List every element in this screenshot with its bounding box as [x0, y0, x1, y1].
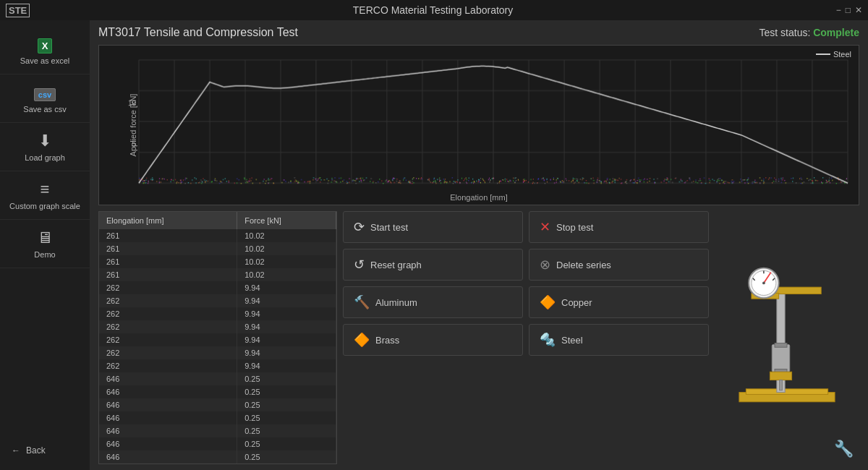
table-row: 2629.94 — [99, 333, 336, 346]
cell-force: 0.25 — [237, 411, 336, 424]
graph-x-label: Elongation [mm] — [450, 193, 507, 202]
maximize-button[interactable]: □ — [846, 5, 851, 15]
cell-force: 9.94 — [237, 281, 336, 294]
table-row: 6460.25 — [99, 424, 336, 437]
table-row: 6460.25 — [99, 398, 336, 411]
legend-line — [816, 54, 830, 55]
test-status-label: Test status: — [760, 27, 811, 38]
back-arrow-icon: ← — [12, 445, 20, 456]
table-row: 6460.25 — [99, 450, 336, 463]
load-graph-button[interactable]: ⬇ Load graph — [0, 123, 90, 171]
table-row: 6460.25 — [99, 411, 336, 424]
table-row: 2629.94 — [99, 307, 336, 320]
reset-graph-button[interactable]: ↺ Reset graph — [343, 249, 523, 281]
back-label: Back — [26, 445, 46, 456]
cell-force: 9.94 — [237, 294, 336, 307]
demo-button[interactable]: 🖥 Demo — [0, 220, 90, 268]
copper-icon: 🔶 — [540, 294, 556, 310]
window-controls[interactable]: − □ ✕ — [836, 5, 862, 15]
copper-button[interactable]: 🔶 Copper — [529, 286, 709, 318]
svg-rect-13 — [775, 343, 787, 348]
custom-graph-label: Custom graph scale — [9, 202, 80, 210]
delete-series-label: Delete series — [556, 260, 611, 270]
cell-force: 0.25 — [237, 424, 336, 437]
save-csv-button[interactable]: csv Save as csv — [0, 74, 90, 123]
stop-icon: ✕ — [540, 219, 550, 235]
data-table-container[interactable]: Elongation [mm] Force [kN] 26110.0226110… — [98, 211, 337, 464]
cell-elongation: 261 — [99, 268, 237, 281]
table-row: 26110.02 — [99, 255, 336, 268]
aluminum-button[interactable]: 🔨 Aluminum — [343, 286, 523, 318]
sliders-icon: ≡ — [41, 180, 50, 199]
graph-area: Steel Elongation [mm] Applied force [kN] — [98, 45, 859, 205]
cell-elongation: 646 — [99, 411, 237, 424]
svg-point-8 — [762, 282, 765, 285]
cell-force: 9.94 — [237, 346, 336, 359]
cell-force: 10.02 — [237, 229, 336, 242]
cell-elongation: 646 — [99, 398, 237, 411]
svg-rect-15 — [770, 372, 791, 380]
csv-icon: csv — [34, 83, 56, 102]
save-excel-button[interactable]: X Save as excel — [0, 26, 90, 74]
cell-elongation: 262 — [99, 294, 237, 307]
cell-elongation: 646 — [99, 437, 237, 450]
svg-rect-12 — [772, 344, 790, 372]
cell-elongation: 261 — [99, 229, 237, 242]
cell-force: 0.25 — [237, 385, 336, 398]
page-header: MT3017 Tensile and Compression Test Test… — [98, 26, 859, 39]
brass-icon: 🔶 — [354, 332, 370, 348]
demo-icon: 🖥 — [37, 228, 53, 247]
demo-label: Demo — [34, 250, 55, 259]
minimize-button[interactable]: − — [836, 5, 841, 15]
cell-elongation: 262 — [99, 281, 237, 294]
excel-icon: X — [38, 35, 53, 54]
col-elongation: Elongation [mm] — [99, 212, 237, 229]
cell-elongation: 646 — [99, 450, 237, 463]
controls-panel: ⟳ Start test ✕ Stop test ↺ Reset graph ⊗… — [343, 211, 709, 464]
table-body: 26110.0226110.0226110.0226110.022629.942… — [99, 229, 336, 463]
cell-force: 9.94 — [237, 359, 336, 372]
cell-elongation: 261 — [99, 255, 237, 268]
cell-force: 0.25 — [237, 398, 336, 411]
stop-test-button[interactable]: ✕ Stop test — [529, 211, 709, 243]
cell-elongation: 262 — [99, 333, 237, 346]
page-title: MT3017 Tensile and Compression Test — [98, 26, 298, 39]
table-row: 2629.94 — [99, 294, 336, 307]
download-icon: ⬇ — [38, 132, 51, 150]
test-status-value: Complete — [813, 27, 859, 38]
steel-button[interactable]: 🔩 Steel — [529, 324, 709, 356]
save-excel-label: Save as excel — [20, 56, 69, 65]
brass-button[interactable]: 🔶 Brass — [343, 324, 523, 356]
cell-elongation: 262 — [99, 346, 237, 359]
brass-label: Brass — [375, 335, 399, 346]
table-row: 2629.94 — [99, 346, 336, 359]
table-row: 26110.02 — [99, 229, 336, 242]
svg-rect-16 — [780, 380, 783, 390]
machine-image-area: 🔧 — [715, 211, 859, 464]
cell-elongation: 262 — [99, 359, 237, 372]
start-icon: ⟳ — [354, 219, 365, 235]
table-row: 26110.02 — [99, 242, 336, 255]
delete-series-button[interactable]: ⊗ Delete series — [529, 249, 709, 281]
test-status-area: Test status: Complete — [760, 27, 860, 38]
wrench-icon[interactable]: 🔧 — [834, 440, 854, 458]
close-button[interactable]: ✕ — [855, 5, 862, 15]
cell-elongation: 261 — [99, 242, 237, 255]
legend-label: Steel — [833, 50, 851, 59]
stop-test-label: Stop test — [556, 222, 593, 233]
app-logo: STE — [6, 4, 30, 17]
copper-label: Copper — [561, 297, 592, 308]
app-title: TERCO Material Testing Laboratory — [30, 4, 835, 16]
svg-rect-1 — [746, 389, 827, 395]
cell-force: 0.25 — [237, 437, 336, 450]
delete-icon: ⊗ — [540, 257, 550, 273]
steel-icon: 🔩 — [540, 332, 556, 348]
start-test-button[interactable]: ⟳ Start test — [343, 211, 523, 243]
cell-force: 10.02 — [237, 242, 336, 255]
data-table: Elongation [mm] Force [kN] 26110.0226110… — [99, 212, 336, 463]
machine-svg — [726, 255, 848, 421]
custom-graph-button[interactable]: ≡ Custom graph scale — [0, 171, 90, 220]
back-button[interactable]: ← Back — [0, 437, 90, 464]
cell-elongation: 646 — [99, 424, 237, 437]
graph-y-label: Applied force [kN] — [129, 94, 137, 157]
